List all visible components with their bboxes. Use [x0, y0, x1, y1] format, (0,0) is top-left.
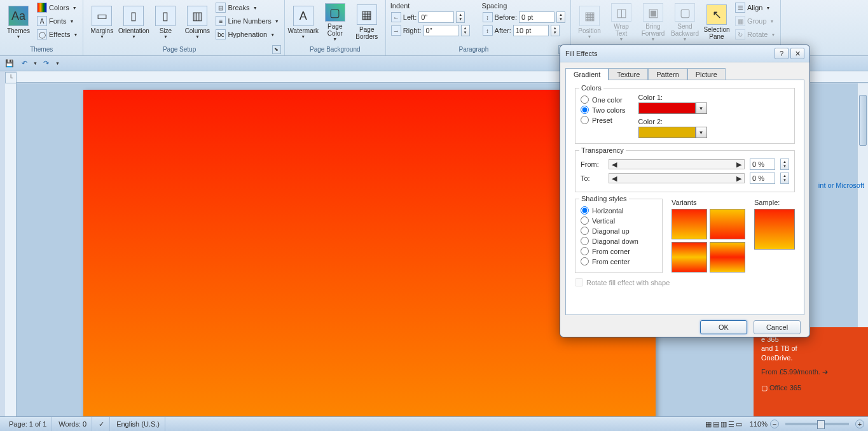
variant-4[interactable]	[710, 242, 745, 272]
size-icon: ▯	[155, 6, 176, 26]
rotate-icon: ↻	[735, 29, 745, 39]
spin-button[interactable]: ▲▼	[551, 25, 560, 36]
group-page-setup: ▭Margins▼ ▯Orientation▼ ▯Size▼ ▥Columns▼…	[83, 0, 284, 55]
zoom-in-button[interactable]: +	[855, 420, 864, 428]
send-backward-button: ▢Send Backward▼	[670, 1, 700, 43]
color-1-swatch[interactable]	[638, 102, 696, 114]
radio-one-color[interactable]: One color	[581, 95, 626, 104]
transparency-to-input[interactable]	[750, 173, 775, 184]
scroll-thumb[interactable]	[859, 95, 867, 146]
columns-icon: ▥	[187, 6, 207, 26]
transparency-to-slider[interactable]: ◀▶	[609, 173, 745, 183]
group-themes: AaThemes▼ Colors▼ AFonts▼ ◯Effects▼ Them…	[0, 0, 83, 55]
spin-button[interactable]: ▲▼	[780, 173, 789, 184]
help-button[interactable]: ?	[775, 48, 789, 59]
indent-left-input[interactable]	[418, 11, 454, 23]
close-button[interactable]: ✕	[790, 48, 804, 59]
cancel-button[interactable]: Cancel	[754, 320, 801, 334]
page-color-button[interactable]: ▢Page Color▼	[320, 1, 350, 43]
position-icon: ▦	[579, 6, 600, 26]
zoom-out-button[interactable]: −	[770, 420, 779, 428]
bring-forward-button: ▣Bring Forward▼	[638, 1, 668, 43]
breaks-button[interactable]: ⊟Breaks▼	[214, 1, 280, 14]
transparency-from-slider[interactable]: ◀▶	[609, 159, 745, 169]
save-button[interactable]: 💾	[4, 58, 15, 69]
vertical-ruler[interactable]	[5, 83, 17, 416]
status-page[interactable]: Page: 1 of 1	[4, 417, 52, 431]
view-web-icon[interactable]: ▥	[720, 420, 727, 428]
ok-button[interactable]: OK	[700, 320, 747, 334]
page-borders-button[interactable]: ▦Page Borders	[352, 1, 382, 43]
colors-button[interactable]: Colors▼	[35, 1, 79, 14]
page-setup-launcher[interactable]: ⬊	[272, 45, 281, 54]
dialog-title: Fill Effects	[565, 50, 773, 57]
indent-right-input[interactable]	[424, 25, 459, 36]
position-button: ▦Position▼	[574, 1, 605, 43]
align-button[interactable]: ☰Align▼	[733, 1, 777, 14]
spin-button[interactable]: ▲▼	[461, 25, 470, 36]
tab-pattern[interactable]: Pattern	[648, 68, 687, 80]
variants-grid	[672, 209, 745, 272]
selection-pane-button[interactable]: ↖Selection Pane	[701, 1, 732, 43]
radio-horizontal[interactable]: Horizontal	[581, 206, 657, 215]
spacing-after-row: ↕After:▲▼	[481, 24, 567, 37]
indent-left-row: ←Left:▲▼	[389, 11, 472, 24]
spin-button[interactable]: ▲▼	[780, 159, 789, 170]
radio-from-center[interactable]: From center	[581, 257, 657, 265]
status-words[interactable]: Words: 0	[53, 417, 92, 431]
transparency-from-input[interactable]	[750, 159, 775, 170]
radio-diagonal-up[interactable]: Diagonal up	[581, 227, 657, 235]
selection-pane-icon: ↖	[706, 4, 727, 25]
tab-texture[interactable]: Texture	[609, 68, 648, 80]
radio-vertical[interactable]: Vertical	[581, 216, 657, 225]
sample-preview	[754, 209, 795, 250]
color-1-dropdown[interactable]: ▼	[696, 102, 707, 114]
radio-diagonal-down[interactable]: Diagonal down	[581, 237, 657, 245]
columns-button[interactable]: ▥Columns▼	[182, 1, 212, 43]
themes-button[interactable]: AaThemes▼	[3, 1, 34, 43]
hyphenation-button[interactable]: bcHyphenation▼	[214, 28, 280, 41]
color-2-swatch[interactable]	[638, 127, 696, 138]
view-full-screen-icon[interactable]: ▤	[713, 420, 719, 428]
spacing-before-input[interactable]	[519, 11, 555, 23]
status-proof[interactable]: ✓	[93, 417, 110, 431]
fill-effects-dialog: Fill Effects ? ✕ Gradient Texture Patter…	[560, 45, 810, 337]
arrow-icon: ➔	[822, 368, 828, 376]
spin-button[interactable]: ▲▼	[456, 11, 465, 23]
side-link[interactable]: int or Microsoft	[818, 181, 864, 189]
group-paragraph: Indent ←Left:▲▼ →Right:▲▼ Spacing ↕Befor…	[386, 0, 571, 55]
radio-two-colors[interactable]: Two colors	[581, 106, 626, 114]
view-draft-icon[interactable]: ▭	[736, 420, 742, 428]
dialog-titlebar[interactable]: Fill Effects ? ✕	[560, 45, 809, 62]
ruler-corner[interactable]: └	[5, 72, 17, 83]
tab-picture[interactable]: Picture	[687, 68, 726, 80]
variant-1[interactable]	[672, 209, 707, 239]
status-language[interactable]: English (U.S.)	[111, 417, 165, 431]
tab-gradient[interactable]: Gradient	[565, 68, 609, 80]
line-numbers-button[interactable]: ≡Line Numbers▼	[214, 15, 280, 27]
variant-3[interactable]	[672, 242, 707, 272]
spin-button[interactable]: ▲▼	[556, 11, 565, 23]
orientation-button[interactable]: ▯Orientation▼	[118, 1, 149, 43]
undo-button[interactable]: ↶	[18, 58, 30, 69]
margins-button[interactable]: ▭Margins▼	[86, 1, 117, 43]
zoom-level[interactable]: 110%	[750, 420, 768, 428]
transparency-fieldset: Transparency From:◀▶▲▼ To:◀▶▲▼	[575, 150, 795, 192]
size-button[interactable]: ▯Size▼	[150, 1, 181, 43]
view-print-layout-icon[interactable]: ▦	[705, 420, 712, 428]
align-icon: ☰	[735, 3, 745, 13]
variant-2[interactable]	[710, 209, 745, 239]
radio-preset[interactable]: Preset	[581, 116, 626, 124]
watermark-button[interactable]: AWatermark▼	[288, 1, 319, 43]
rotate-button: ↻Rotate▼	[733, 28, 777, 41]
effects-button[interactable]: ◯Effects▼	[35, 28, 79, 41]
view-outline-icon[interactable]: ☰	[728, 420, 734, 428]
margins-icon: ▭	[92, 6, 112, 26]
radio-from-corner[interactable]: From corner	[581, 247, 657, 255]
fonts-button[interactable]: AFonts▼	[35, 15, 79, 27]
redo-button[interactable]: ↷	[41, 58, 52, 69]
hyphenation-icon: bc	[216, 29, 226, 39]
color-2-dropdown[interactable]: ▼	[696, 127, 707, 138]
zoom-slider[interactable]	[785, 423, 849, 425]
spacing-after-input[interactable]	[513, 25, 549, 36]
